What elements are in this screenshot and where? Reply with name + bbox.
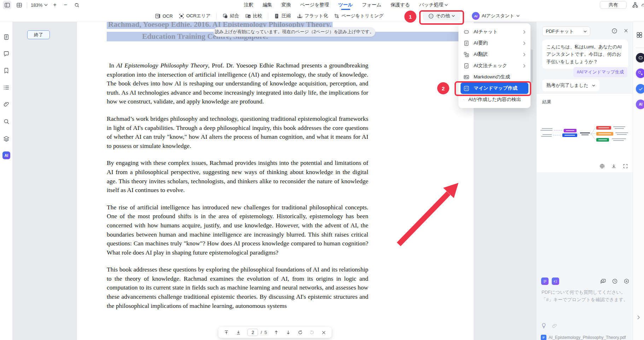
share-button[interactable]: 共有 — [600, 1, 627, 9]
result-label: 結果 — [542, 99, 551, 105]
next-page-button[interactable] — [286, 330, 291, 335]
lightbulb-icon — [541, 323, 547, 329]
magnifier-rotate-icon — [74, 2, 80, 8]
new-chat-button[interactable] — [600, 278, 606, 284]
previous-page-button[interactable] — [274, 330, 279, 335]
language-button[interactable] — [599, 163, 605, 169]
ai-chat-icon — [463, 29, 469, 35]
exit-readaloud-button[interactable]: 終了 — [27, 30, 50, 39]
close-panel-button[interactable] — [623, 28, 628, 33]
paragraph-4: The rise of artificial intelligence has … — [107, 203, 368, 257]
bookmark-icon — [3, 67, 10, 74]
trim-pages-button[interactable]: ページをトリミング — [334, 13, 384, 19]
help-button[interactable]: ? — [611, 28, 617, 34]
summary-quick-button[interactable] — [541, 278, 549, 285]
menu-item-ai-grammar[interactable]: AI文法チェック — [458, 60, 531, 71]
upload-cloud-button[interactable] — [641, 2, 644, 8]
ai-grammar-shortcut[interactable] — [636, 84, 644, 94]
menu-item-ai-translate[interactable]: A AI翻訳 — [458, 49, 531, 60]
chevron-right-icon — [523, 53, 526, 56]
menu-edit[interactable]: 編集 — [263, 0, 272, 10]
thumbnails-panel-button[interactable] — [3, 34, 10, 40]
compare-button[interactable]: VS 比較 — [245, 13, 262, 19]
page-nav-toolbar: 2 / 5 — [218, 327, 332, 338]
divider — [216, 13, 217, 19]
prompt-ideas-button[interactable] — [541, 323, 547, 329]
ai-chat-shortcut[interactable] — [636, 53, 644, 62]
replay-readaloud-button[interactable] — [298, 330, 303, 335]
jump-first-page-button[interactable] — [224, 330, 229, 335]
document-scrollbar[interactable] — [530, 49, 533, 83]
search-icon — [3, 118, 10, 125]
menu-batch[interactable]: バッチ処理 — [419, 0, 448, 10]
flatten-icon — [297, 13, 303, 19]
chevron-down-icon — [516, 15, 520, 17]
mindmap-quick-button[interactable] — [552, 278, 559, 285]
menu-annotate[interactable]: 注釈 — [244, 0, 253, 10]
bookmarks-panel-button[interactable] — [3, 67, 10, 74]
ai-assistant-button[interactable]: AI AIアシスタント — [472, 11, 520, 20]
close-readaloud-button[interactable] — [321, 330, 326, 335]
download-result-button[interactable] — [611, 163, 616, 169]
menu-item-ai-summary[interactable]: AI要約 — [458, 37, 531, 49]
menu-protect[interactable]: 保護する — [391, 0, 410, 10]
flatten-button[interactable]: フラット化 — [297, 13, 328, 19]
menu-convert[interactable]: 変換 — [281, 0, 291, 10]
history-button[interactable] — [612, 278, 618, 284]
sitemap-button[interactable] — [632, 2, 638, 8]
chevron-right-icon — [523, 30, 526, 34]
marquee-zoom-button[interactable] — [72, 1, 81, 9]
robot-face-icon — [638, 55, 643, 60]
user-prompt-chip[interactable]: #AIマインドマップ生成 — [573, 67, 627, 77]
mindmap-preview[interactable] — [539, 113, 631, 156]
markdown-icon — [463, 74, 469, 80]
zoom-out-button[interactable]: − — [62, 2, 69, 8]
redo-button[interactable] — [309, 330, 315, 335]
compress-icon — [274, 13, 280, 19]
grid-icon — [636, 32, 643, 38]
input-tools-row — [541, 323, 557, 329]
globe-icon — [599, 163, 605, 169]
redo-icon — [309, 330, 315, 335]
search-panel-button[interactable] — [3, 118, 10, 125]
total-pages: 5 — [264, 330, 267, 335]
chevron-down-icon — [592, 84, 595, 87]
attachments-panel-button[interactable] — [3, 101, 10, 107]
page-thumbnails-button[interactable] — [15, 1, 23, 9]
zoom-in-button[interactable]: + — [51, 2, 58, 8]
outline-panel-button[interactable] — [3, 84, 10, 91]
ai-translate-shortcut[interactable]: A — [636, 68, 644, 78]
ocr-button[interactable]: OCR — [155, 13, 173, 19]
chat-settings-button[interactable] — [623, 278, 630, 284]
attach-button[interactable] — [552, 323, 557, 329]
page-separator: / — [260, 330, 262, 335]
menu-bar: 183% + − 注釈 編集 変換 ページを整理 ツール フォーム 保護する バ… — [0, 0, 644, 10]
ai-tools-shortcut[interactable]: AI — [636, 100, 644, 109]
ai-panel-button[interactable]: AI — [2, 151, 10, 159]
jump-last-page-button[interactable] — [236, 330, 241, 335]
compress-button[interactable]: 圧縮 — [274, 13, 291, 19]
comments-panel-button[interactable] — [3, 50, 10, 57]
stamps-panel-button[interactable] — [3, 136, 10, 142]
context-file-row[interactable]: AI_Epistemology_Philosophy_Theory.pdf — [541, 335, 631, 340]
close-icon — [623, 28, 628, 33]
ai-logo-icon: AI — [472, 12, 480, 20]
collapse-rail-button[interactable] — [637, 315, 641, 320]
tools-toolbar: OCR OCRエリア 結合 VS 比較 圧縮 フラット化 — [0, 10, 644, 22]
ocr-area-button[interactable]: OCRエリア — [178, 13, 211, 19]
menu-organize-pages[interactable]: ページを整理 — [300, 0, 329, 10]
chat-input-placeholder[interactable]: PDFについて何でも質問してください。「#」キーでプロンプトを確認できます。 — [541, 289, 630, 304]
menu-tools[interactable]: ツール — [338, 0, 353, 10]
chevron-down-icon — [445, 4, 448, 6]
thinking-status-toggle[interactable]: 熟考が完了しました — [542, 79, 599, 91]
apps-grid-button[interactable] — [636, 32, 643, 38]
menu-item-ai-chat[interactable]: AIチャット — [458, 26, 531, 37]
expand-result-button[interactable] — [623, 163, 628, 169]
chat-mode-select[interactable]: PDFチャット — [542, 26, 590, 36]
menu-forms[interactable]: フォーム — [362, 0, 381, 10]
merge-button[interactable]: 結合 — [222, 13, 239, 19]
sidebar-toggle-button[interactable] — [3, 1, 11, 9]
chevron-right-icon — [523, 41, 526, 45]
zoom-level-select[interactable]: 183% — [31, 2, 48, 8]
current-page-input[interactable]: 2 — [247, 329, 258, 336]
